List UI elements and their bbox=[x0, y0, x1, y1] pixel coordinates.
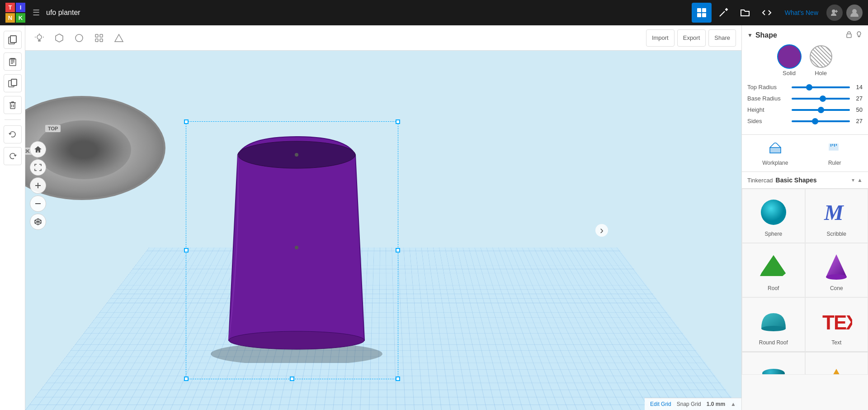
shape-item-roof[interactable]: Roof bbox=[742, 243, 805, 297]
ring-label-top: TOP bbox=[45, 125, 61, 132]
svg-rect-32 bbox=[95, 39, 98, 42]
view-controls bbox=[30, 141, 46, 230]
sides-value: 27 bbox=[854, 118, 863, 124]
nav-icons bbox=[692, 3, 777, 23]
snap-grid-up-btn[interactable]: ▲ bbox=[731, 401, 736, 407]
shape-item-scribble[interactable]: M Scribble bbox=[805, 189, 868, 243]
base-radius-slider[interactable] bbox=[792, 98, 850, 100]
zoom-out-btn[interactable] bbox=[30, 195, 46, 212]
shape-item-cone[interactable]: Cone bbox=[805, 243, 868, 297]
shape-panel-header: ▼ Shape bbox=[747, 31, 863, 40]
svg-point-64 bbox=[761, 326, 786, 331]
sides-label: Sides bbox=[747, 118, 788, 124]
3d-view-btn[interactable] bbox=[30, 214, 46, 230]
home-view-btn[interactable] bbox=[30, 141, 46, 157]
top-radius-value: 14 bbox=[854, 84, 863, 91]
shape-panel: ▼ Shape Solid Hole bbox=[742, 25, 868, 135]
view-light-btn[interactable] bbox=[31, 29, 48, 47]
workplane-icon bbox=[768, 140, 783, 158]
text-label: Text bbox=[831, 339, 841, 346]
shape-item-partial2[interactable] bbox=[805, 352, 868, 375]
sphere-label: Sphere bbox=[764, 231, 782, 237]
svg-rect-30 bbox=[95, 34, 98, 37]
svg-point-39 bbox=[295, 246, 298, 249]
svg-text:M: M bbox=[824, 200, 844, 224]
height-row: Height 50 bbox=[747, 106, 863, 113]
shape-panel-icons bbox=[845, 31, 863, 40]
hole-label: Hole bbox=[815, 70, 827, 76]
export-btn[interactable]: Export bbox=[677, 29, 706, 47]
duplicate-btn[interactable] bbox=[4, 74, 22, 92]
right-area: ▼ Shape Solid Hole bbox=[741, 25, 868, 410]
shape-panel-chevron[interactable]: ▼ bbox=[747, 32, 753, 38]
nav-grid-btn[interactable] bbox=[692, 3, 712, 23]
workplane-btn[interactable]: Workplane bbox=[747, 140, 803, 166]
view-circle-btn[interactable] bbox=[71, 29, 88, 47]
zoom-in-btn[interactable] bbox=[30, 177, 46, 194]
svg-marker-34 bbox=[115, 34, 123, 42]
round-roof-label: Round Roof bbox=[759, 339, 788, 346]
redo-btn[interactable] bbox=[4, 147, 22, 165]
view-triangle-btn[interactable] bbox=[110, 29, 127, 47]
viewport[interactable]: TOP BACK bbox=[25, 51, 741, 410]
shape-type-hole[interactable]: Hole bbox=[810, 45, 832, 76]
user-avatar[interactable] bbox=[846, 5, 863, 21]
shape-type-solid[interactable]: Solid bbox=[778, 45, 801, 76]
panel-toggle-btn[interactable]: › bbox=[595, 224, 608, 237]
shapes-grid-row2 bbox=[742, 352, 868, 375]
shape-item-sphere[interactable]: Sphere bbox=[742, 189, 805, 243]
svg-rect-31 bbox=[100, 34, 103, 37]
shape-item-round-roof[interactable]: Round Roof bbox=[742, 297, 805, 352]
top-radius-row: Top Radius 14 bbox=[747, 84, 863, 91]
shapes-grid: Sphere M Scribble Roof bbox=[742, 189, 868, 352]
handle-tr[interactable] bbox=[396, 119, 400, 124]
svg-rect-17 bbox=[11, 79, 17, 86]
logo[interactable]: T I N K bbox=[5, 3, 25, 23]
undo-btn[interactable] bbox=[4, 125, 22, 143]
edit-grid-btn[interactable]: Edit Grid bbox=[650, 401, 671, 407]
lock-icon[interactable] bbox=[845, 31, 853, 40]
shapes-lib-up-btn[interactable]: ▲ bbox=[857, 177, 863, 183]
solid-circle bbox=[778, 45, 801, 68]
paste-btn[interactable] bbox=[4, 52, 22, 71]
svg-rect-2 bbox=[697, 13, 701, 17]
base-radius-row: Base Radius 27 bbox=[747, 95, 863, 102]
text-shape-icon: TEXT bbox=[821, 305, 852, 337]
share-btn[interactable]: Share bbox=[708, 29, 736, 47]
height-slider[interactable] bbox=[792, 109, 850, 111]
logo-i: I bbox=[16, 3, 25, 12]
nav-code-btn[interactable] bbox=[757, 3, 777, 23]
whats-new-button[interactable]: What's New bbox=[780, 6, 823, 19]
user-add-button[interactable] bbox=[826, 5, 843, 21]
scribble-label: Scribble bbox=[827, 231, 846, 237]
bulb-icon[interactable] bbox=[855, 31, 863, 40]
copy-btn[interactable] bbox=[4, 31, 22, 49]
shapes-lib-chevron-btn[interactable]: ▾ bbox=[852, 177, 854, 183]
project-title[interactable]: ufo planter bbox=[46, 9, 80, 17]
svg-point-58 bbox=[761, 200, 786, 225]
scribble-icon: M bbox=[821, 196, 852, 228]
ruler-btn[interactable]: Ruler bbox=[807, 140, 863, 166]
svg-rect-0 bbox=[697, 8, 701, 12]
import-btn[interactable]: Import bbox=[646, 29, 675, 47]
view-grid-btn[interactable] bbox=[90, 29, 108, 47]
svg-point-4 bbox=[832, 10, 835, 13]
fit-view-btn[interactable] bbox=[30, 159, 46, 176]
shapes-lib-name: Basic Shapes bbox=[776, 176, 849, 184]
shape-item-text[interactable]: TEXT Text bbox=[805, 297, 868, 352]
project-icon: ☰ bbox=[33, 8, 40, 18]
sphere-icon bbox=[758, 196, 789, 228]
shape-item-partial1[interactable] bbox=[742, 352, 805, 375]
handle-tl[interactable] bbox=[184, 119, 189, 124]
svg-marker-61 bbox=[760, 255, 786, 276]
nav-tool-btn[interactable] bbox=[713, 3, 733, 23]
base-radius-label: Base Radius bbox=[747, 95, 788, 102]
viewport-bottom-bar: Edit Grid Snap Grid 1.0 mm ▲ bbox=[645, 398, 741, 410]
height-label: Height bbox=[747, 106, 788, 113]
sides-slider[interactable] bbox=[792, 120, 850, 122]
top-radius-slider[interactable] bbox=[792, 86, 850, 88]
view-hex-btn[interactable] bbox=[51, 29, 68, 47]
shapes-lib-header: Tinkercad Basic Shapes ▾ ▲ bbox=[742, 172, 868, 189]
nav-folder-btn[interactable] bbox=[735, 3, 755, 23]
delete-btn[interactable] bbox=[4, 96, 22, 114]
